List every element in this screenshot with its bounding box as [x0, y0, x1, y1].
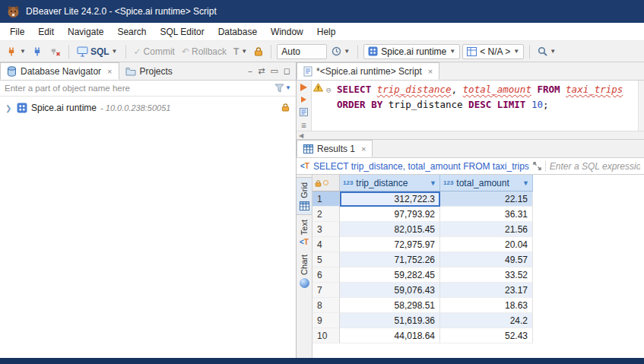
data-cell[interactable]: 49.57	[440, 252, 533, 267]
row-number-cell[interactable]: 8	[312, 298, 340, 313]
data-cell[interactable]: 36.31	[440, 207, 533, 222]
navigator-filter-row: ▼	[0, 81, 296, 97]
database-icon	[7, 66, 17, 77]
data-cell[interactable]: 52.43	[440, 328, 533, 343]
row-number-cell[interactable]: 9	[312, 313, 340, 328]
tab-results-1[interactable]: Results 1 ×	[297, 140, 373, 157]
rollback-button[interactable]: ↶ Rollback	[179, 45, 229, 59]
data-cell[interactable]: 58,298.51	[340, 298, 440, 313]
data-cell[interactable]: 33.52	[440, 267, 533, 283]
row-number-cell[interactable]: 2	[312, 207, 340, 222]
column-header-trip_distance[interactable]: 123trip_distance▼	[340, 175, 440, 191]
object-filter-input[interactable]	[0, 81, 270, 96]
data-cell[interactable]: 21.56	[440, 222, 533, 237]
active-schema-combo[interactable]: < N/A > ▼	[462, 44, 524, 59]
row-number-cell[interactable]: 6	[312, 267, 340, 283]
row-number-cell[interactable]: 3	[312, 222, 340, 237]
data-cell[interactable]: 20.04	[440, 237, 533, 252]
data-cell[interactable]: 44,018.64	[340, 328, 440, 343]
row-number-cell[interactable]: 10	[312, 328, 340, 343]
column-filter-icon[interactable]: ▼	[522, 179, 529, 187]
expand-filter-icon[interactable]	[533, 162, 541, 170]
link-editor-icon[interactable]: ⇄	[258, 66, 265, 76]
script-icon	[303, 66, 312, 77]
data-cell[interactable]: 97,793.92	[340, 207, 440, 222]
fold-spacer	[326, 98, 337, 112]
table-row: 759,076.4323.17	[312, 283, 533, 298]
close-icon[interactable]: ×	[107, 67, 112, 76]
disconnect-button[interactable]	[48, 45, 63, 59]
sql-editor-label: SQL	[90, 46, 109, 57]
fold-collapse-icon[interactable]: ⊖	[326, 83, 337, 97]
menu-item-window[interactable]: Window	[264, 24, 310, 40]
side-tab-grid[interactable]: Grid	[297, 177, 312, 215]
data-cell[interactable]: 24.2	[440, 313, 533, 328]
commit-button[interactable]: ✓ Commit	[132, 45, 177, 59]
tab-database-navigator[interactable]: Database Navigator ×	[0, 62, 119, 80]
transaction-log-button[interactable]: ▼	[329, 45, 352, 58]
execute-script-icon[interactable]	[301, 97, 306, 103]
data-cell[interactable]: 59,282.45	[340, 267, 440, 283]
side-tab-text[interactable]: Text<T	[297, 215, 312, 250]
row-number-cell[interactable]: 5	[312, 252, 340, 267]
menu-item-navigate[interactable]: Navigate	[61, 24, 110, 40]
tree-item-connection[interactable]: ❯ Spice.ai runtime - 10.0.0.238:50051	[0, 100, 296, 116]
close-icon[interactable]: ×	[361, 144, 366, 154]
menu-item-edit[interactable]: Edit	[31, 24, 61, 40]
results-filter-input[interactable]: Enter a SQL expression to	[550, 161, 640, 172]
toolbar-separator	[271, 45, 271, 59]
commit-mode-combo[interactable]: Auto	[277, 44, 327, 59]
editor-vertical-scrollbar[interactable]	[638, 81, 644, 131]
execute-statement-icon[interactable]	[300, 84, 307, 91]
column-filter-icon[interactable]: ▼	[430, 179, 436, 187]
row-number-cell[interactable]: 4	[312, 237, 340, 252]
data-cell[interactable]: 72,975.97	[340, 237, 440, 252]
collapse-all-icon[interactable]: −	[248, 67, 252, 76]
search-button[interactable]: ▼	[535, 45, 558, 58]
connect-button[interactable]	[30, 45, 46, 59]
data-cell[interactable]: 312,722.3	[340, 191, 440, 207]
transaction-mode-label: T	[233, 46, 239, 57]
editor-horizontal-scrollbar[interactable]: ◀	[297, 131, 644, 140]
database-navigator-panel: Database Navigator × Projects − ⇄ ▭ ◻	[0, 62, 297, 358]
close-icon[interactable]: ×	[428, 67, 433, 76]
data-cell[interactable]: 71,752.26	[340, 252, 440, 267]
sql-code[interactable]: ⊖SELECT trip_distance, total_amount FROM…	[325, 81, 638, 131]
folder-icon	[125, 67, 136, 76]
tab-sql-script[interactable]: *<Spice.ai runtime> Script ×	[297, 62, 439, 80]
menu-item-help[interactable]: Help	[310, 24, 343, 40]
data-cell[interactable]: 23.17	[440, 283, 533, 298]
chevron-down-icon: ▼	[285, 85, 291, 91]
filter-funnel-icon[interactable]: ▼	[270, 84, 296, 93]
column-header-total_amount[interactable]: 123total_amount▼	[440, 175, 533, 191]
data-cell[interactable]: 82,015.45	[340, 222, 440, 237]
menu-item-sql-editor[interactable]: SQL Editor	[153, 24, 211, 40]
output-log-icon[interactable]: ≣	[301, 122, 307, 129]
active-connection-combo[interactable]: Spice.ai runtime ▼	[363, 44, 460, 59]
data-cell[interactable]: 18.63	[440, 298, 533, 313]
active-connection-value: Spice.ai runtime	[381, 46, 446, 57]
lock-icon	[315, 179, 322, 187]
sql-editor-button[interactable]: SQL ▼	[75, 45, 120, 59]
data-cell[interactable]: 22.15	[440, 191, 533, 207]
new-connection-button[interactable]: ▼	[5, 45, 28, 59]
scroll-left-icon[interactable]: ◀	[299, 132, 303, 139]
maximize-icon[interactable]: ◻	[284, 66, 290, 76]
sql-token	[491, 99, 497, 110]
side-tab-chart[interactable]: Chart	[297, 250, 312, 292]
grid-corner-cell[interactable]	[312, 175, 340, 191]
menu-item-database[interactable]: Database	[211, 24, 264, 40]
grid-body: 1312,722.322.15297,793.9236.31382,015.45…	[312, 191, 644, 343]
menu-item-search[interactable]: Search	[110, 24, 153, 40]
expander-icon[interactable]: ❯	[5, 104, 13, 112]
data-cell[interactable]: 59,076.43	[340, 283, 440, 298]
sql-token	[371, 84, 377, 95]
data-cell[interactable]: 51,619.36	[340, 313, 440, 328]
transaction-mode-button[interactable]: T ▼	[231, 45, 249, 59]
menu-item-file[interactable]: File	[3, 24, 31, 40]
row-number-cell[interactable]: 1	[312, 191, 340, 207]
explain-plan-icon[interactable]	[300, 108, 308, 116]
minimize-icon[interactable]: ▭	[270, 66, 278, 76]
row-number-cell[interactable]: 7	[312, 283, 340, 298]
tab-projects[interactable]: Projects	[119, 62, 179, 80]
